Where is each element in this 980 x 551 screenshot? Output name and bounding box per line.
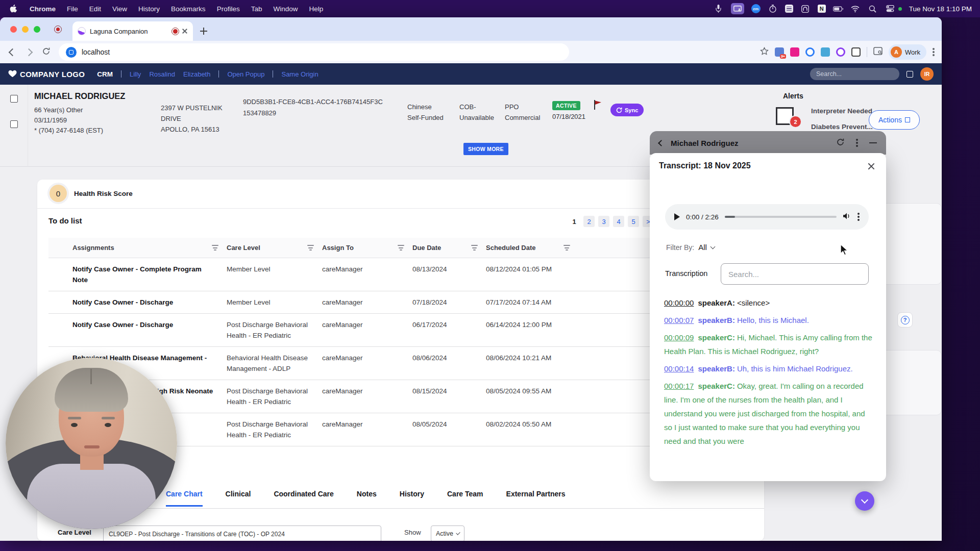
nav-link-elizabeth[interactable]: Elizabeth xyxy=(183,70,210,78)
tab-history[interactable]: History xyxy=(400,490,424,507)
crm-search-input[interactable] xyxy=(810,68,899,80)
show-filter-select[interactable]: Active xyxy=(431,525,464,541)
refresh-icon[interactable] xyxy=(836,138,845,148)
menu-history[interactable]: History xyxy=(138,5,160,13)
menu-window[interactable]: Window xyxy=(273,5,298,13)
patient-checkbox-1[interactable] xyxy=(10,95,18,103)
browser-tab[interactable]: Laguna Companion xyxy=(72,21,193,41)
popup-minimize-icon[interactable] xyxy=(869,142,877,144)
screen-share-icon[interactable] xyxy=(731,3,744,14)
filter-by-row[interactable]: Filter By: All xyxy=(666,243,715,252)
timestamp-link[interactable]: 00:00:17 xyxy=(664,382,694,390)
transcript-close-icon[interactable] xyxy=(867,162,875,170)
chrome-profile-button[interactable]: A Work xyxy=(889,44,926,60)
minimize-window-button[interactable] xyxy=(22,26,29,33)
microphone-icon[interactable] xyxy=(714,4,724,14)
back-button[interactable] xyxy=(7,47,16,57)
bookmark-star-icon[interactable] xyxy=(760,47,769,58)
play-icon[interactable] xyxy=(674,213,680,220)
tab-external-partners[interactable]: External Partners xyxy=(506,490,566,507)
alerts-actions-button[interactable]: Actions xyxy=(869,110,920,130)
col-assign-to[interactable]: Assign To xyxy=(321,238,411,258)
menu-help[interactable]: Help xyxy=(309,5,323,13)
omega-app-icon[interactable] xyxy=(800,4,811,14)
popup-menu-icon[interactable] xyxy=(856,142,858,144)
maximize-window-button[interactable] xyxy=(34,26,40,33)
notion-app-icon[interactable]: N xyxy=(818,5,826,13)
care-level-select[interactable]: CL9OEP - Post Discharge - Transitions of… xyxy=(103,525,381,541)
tab-close-icon[interactable] xyxy=(182,28,188,34)
extension-icon-1[interactable]: 9+ xyxy=(775,47,784,57)
table-row[interactable]: Notify Case Owner - Discharge Post Disch… xyxy=(48,314,652,347)
notes-app-icon[interactable] xyxy=(785,5,793,13)
extension-mail-icon[interactable] xyxy=(821,47,830,57)
spotlight-search-icon[interactable] xyxy=(868,4,878,14)
help-button[interactable]: ? xyxy=(897,312,913,328)
tab-care-team[interactable]: Care Team xyxy=(447,490,483,507)
menu-bookmarks[interactable]: Bookmarks xyxy=(171,5,206,13)
filter-icon[interactable] xyxy=(564,245,570,251)
sync-button[interactable]: Sync xyxy=(610,104,644,116)
control-center-icon[interactable] xyxy=(885,4,895,14)
site-info-icon[interactable] xyxy=(66,47,77,58)
nav-link-same-origin[interactable]: Same Origin xyxy=(281,70,318,78)
window-controls[interactable] xyxy=(10,26,40,33)
page-5[interactable]: 5 xyxy=(628,216,639,227)
filter-icon[interactable] xyxy=(398,245,404,251)
audio-menu-icon[interactable] xyxy=(857,216,860,218)
timestamp-link[interactable]: 00:00:00 xyxy=(664,298,694,307)
tab-notes[interactable]: Notes xyxy=(357,490,377,507)
chrome-menu-icon[interactable] xyxy=(933,51,935,53)
col-assignments[interactable]: Assignments xyxy=(71,238,226,258)
menu-chrome[interactable]: Chrome xyxy=(30,5,56,13)
extension-icon-5[interactable] xyxy=(836,47,845,57)
tab-clinical[interactable]: Clinical xyxy=(226,490,251,507)
menu-file[interactable]: File xyxy=(67,5,78,13)
table-row[interactable]: Notify Case Owner - Discharge Member Lev… xyxy=(48,291,652,314)
extension-icon-3[interactable] xyxy=(805,47,815,57)
extensions-puzzle-icon[interactable] xyxy=(851,47,861,57)
forward-button[interactable] xyxy=(24,47,34,57)
new-tab-button[interactable] xyxy=(200,28,207,35)
menu-view[interactable]: View xyxy=(112,5,127,13)
page-2[interactable]: 2 xyxy=(583,216,595,227)
address-bar[interactable]: localhost xyxy=(59,43,569,61)
menu-edit[interactable]: Edit xyxy=(89,5,101,13)
timestamp-link[interactable]: 00:00:14 xyxy=(664,364,694,373)
table-row[interactable]: Notify Case Owner - Complete Program Not… xyxy=(48,258,652,291)
close-window-button[interactable] xyxy=(10,26,17,33)
reload-button[interactable] xyxy=(42,47,51,58)
audio-seekbar[interactable] xyxy=(725,216,837,218)
wifi-icon[interactable] xyxy=(850,4,861,14)
col-scheduled-date[interactable]: Scheduled Date xyxy=(485,238,577,258)
scroll-down-button[interactable] xyxy=(855,491,874,511)
window-mode-icon[interactable] xyxy=(906,71,913,78)
filter-icon[interactable] xyxy=(307,245,314,251)
filter-value[interactable]: All xyxy=(698,243,707,252)
patient-checkbox-2[interactable] xyxy=(10,120,18,128)
menu-profiles[interactable]: Profiles xyxy=(217,5,240,13)
nav-link-lilly[interactable]: Lilly xyxy=(130,70,141,78)
volume-icon[interactable] xyxy=(843,212,851,222)
tab-care-chart[interactable]: Care Chart xyxy=(166,490,203,507)
col-due-date[interactable]: Due Date xyxy=(411,238,485,258)
zoom-app-icon[interactable]: zm xyxy=(751,4,761,13)
menubar-clock[interactable]: Tue Nov 18 1:10 PM xyxy=(909,5,972,13)
audio-player[interactable]: 0:00 / 2:26 xyxy=(665,204,869,230)
transcription-search-input[interactable] xyxy=(721,263,869,285)
apple-menu-icon[interactable] xyxy=(8,4,18,14)
back-chevron-icon[interactable] xyxy=(658,140,665,146)
filter-icon[interactable] xyxy=(471,245,478,251)
nav-link-open-popup[interactable]: Open Popup xyxy=(227,70,264,78)
popup-titlebar[interactable]: Michael Rodriguez xyxy=(650,131,886,155)
company-logo[interactable]: COMPANY LOGO xyxy=(8,69,85,79)
extension-icon-2[interactable] xyxy=(790,47,799,57)
timer-icon[interactable] xyxy=(768,4,778,14)
timestamp-link[interactable]: 00:00:07 xyxy=(664,316,694,324)
filter-icon[interactable] xyxy=(212,245,218,251)
timestamp-link[interactable]: 00:00:09 xyxy=(664,333,694,342)
col-care-level[interactable]: Care Level xyxy=(226,238,321,258)
tab-coordinated-care[interactable]: Coordinated Care xyxy=(274,490,333,507)
url-text[interactable]: localhost xyxy=(82,48,110,56)
side-panel-icon[interactable] xyxy=(873,47,883,57)
